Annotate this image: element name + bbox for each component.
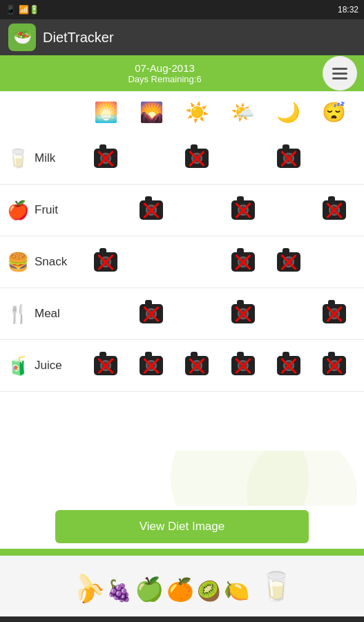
fruit-icon: 🍎 xyxy=(7,200,29,221)
menu-line-3 xyxy=(332,77,347,79)
date-header: 07-Aug-2013 Days Remaining:6 xyxy=(0,55,364,91)
status-left-icons: 📱 📶🔋 xyxy=(6,5,39,15)
milk-cameras xyxy=(83,147,357,170)
days-remaining: Days Remaining:6 xyxy=(7,74,323,84)
food-image-strip: 🍌 🍇 🍏 🍊 🥝 🍋 🥛 xyxy=(0,556,364,616)
food-label-juice: 🧃 Juice xyxy=(7,355,83,377)
signal-icons: 📶🔋 xyxy=(19,5,39,15)
juice-name: Juice xyxy=(35,359,62,373)
banana-icon: 🍌 xyxy=(66,567,107,607)
juice-cam-6[interactable] xyxy=(321,354,347,377)
milk-cam-5[interactable] xyxy=(276,147,302,170)
date-info: 07-Aug-2013 Days Remaining:6 xyxy=(7,62,323,84)
juice-cam-1[interactable] xyxy=(93,354,119,377)
time-slots: 🌅 🌄 ☀️ 🌤️ 🌙 😴 xyxy=(83,101,357,124)
juice-icon: 🧃 xyxy=(7,355,29,377)
food-row-snack: 🍔 Snack xyxy=(0,236,364,288)
app-icon: 🥗 xyxy=(8,23,36,51)
app-header: 🥗 DietTracker xyxy=(0,19,364,55)
time-icon-noon: ☀️ xyxy=(185,101,209,124)
juice-cam-5[interactable] xyxy=(276,354,302,377)
time-icon-night: 😴 xyxy=(322,101,346,124)
app-title: DietTracker xyxy=(43,30,114,46)
view-diet-section: View Diet Image xyxy=(0,506,364,549)
meal-cam-6[interactable] xyxy=(321,302,347,326)
snack-cam-4[interactable] xyxy=(230,250,256,274)
time-icon-morning: 🌅 xyxy=(94,101,118,124)
grape-icon: 🍇 xyxy=(106,578,132,603)
time-display: 18:32 xyxy=(338,5,358,15)
time-icon-evening: 🌙 xyxy=(276,101,300,124)
time-icon-sunrise: 🌄 xyxy=(140,101,164,124)
snack-name: Snack xyxy=(35,255,67,269)
time-icons-row: 🌅 🌄 ☀️ 🌤️ 🌙 😴 xyxy=(0,91,364,133)
meal-cam-2[interactable] xyxy=(138,302,164,326)
juice-cam-2[interactable] xyxy=(138,354,164,377)
bottom-green-bar xyxy=(0,549,364,556)
meal-cameras xyxy=(83,302,357,326)
food-label-snack: 🍔 Snack xyxy=(7,252,83,273)
orange-icon: 🍊 xyxy=(166,576,194,603)
food-row-milk: 🥛 Milk xyxy=(0,133,364,185)
juice-cameras xyxy=(83,354,357,377)
snack-icon: 🍔 xyxy=(7,252,29,273)
kiwi-icon: 🥝 xyxy=(197,580,221,603)
menu-button[interactable] xyxy=(323,56,357,91)
menu-line-2 xyxy=(332,73,347,75)
meal-name: Meal xyxy=(35,307,60,321)
food-row-fruit: 🍎 Fruit xyxy=(0,185,364,236)
food-row-juice: 🧃 Juice xyxy=(0,340,364,392)
fruit-name: Fruit xyxy=(35,203,58,217)
milk-cam-3[interactable] xyxy=(184,147,210,170)
fruit-cameras xyxy=(83,198,357,222)
food-label-meal: 🍴 Meal xyxy=(7,303,83,325)
fruit-cam-6[interactable] xyxy=(321,198,347,222)
snack-cameras xyxy=(83,250,357,274)
date-display: 07-Aug-2013 xyxy=(7,62,323,74)
food-rows-container: 🥛 Milk 🍎 Fruit xyxy=(0,133,364,451)
food-label-milk: 🥛 Milk xyxy=(7,148,83,169)
sim-icon: 📱 xyxy=(6,5,16,15)
time-icon-afternoon: 🌤️ xyxy=(231,101,255,124)
menu-line-1 xyxy=(332,68,347,70)
juice-cam-4[interactable] xyxy=(230,354,256,377)
milk-icon: 🥛 xyxy=(7,148,29,169)
food-row-meal: 🍴 Meal xyxy=(0,288,364,340)
watermark-area xyxy=(0,451,364,506)
milk-cam-1[interactable] xyxy=(93,147,119,170)
fruit-cam-2[interactable] xyxy=(138,198,164,222)
lemon-icon: 🍋 xyxy=(224,578,249,603)
fruit-cam-4[interactable] xyxy=(230,198,256,222)
milk-name: Milk xyxy=(35,151,55,165)
watermark-circle-2 xyxy=(247,451,357,506)
food-label-fruit: 🍎 Fruit xyxy=(7,200,83,221)
snack-cam-5[interactable] xyxy=(276,250,302,274)
apple-icon: 🍏 xyxy=(135,575,164,603)
status-bar: 📱 📶🔋 18:32 xyxy=(0,0,364,19)
food-illustration: 🍌 🍇 🍏 🍊 🥝 🍋 🥛 xyxy=(64,566,300,607)
view-diet-button[interactable]: View Diet Image xyxy=(55,510,309,543)
meal-icon: 🍴 xyxy=(7,303,29,325)
meal-cam-4[interactable] xyxy=(230,302,256,326)
juice-cam-3[interactable] xyxy=(184,354,210,377)
nav-bar: ⬜ 🏠 ↩ ⌃ xyxy=(0,616,364,622)
snack-cam-1[interactable] xyxy=(93,250,119,274)
main-content: 🌅 🌄 ☀️ 🌤️ 🌙 😴 🥛 Milk xyxy=(0,91,364,616)
milk-glass-icon: 🥛 xyxy=(259,570,294,603)
